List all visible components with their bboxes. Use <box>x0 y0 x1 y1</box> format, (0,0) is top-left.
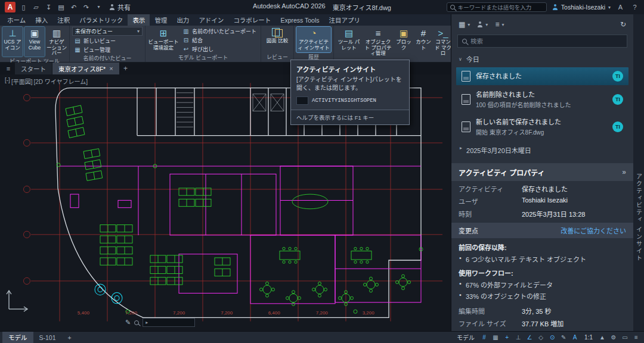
blocks-palette-button[interactable]: ▣ ブロック <box>395 27 413 62</box>
autocad-logo-icon[interactable]: A <box>5 2 16 13</box>
properties-palette-button[interactable]: ≡ オブジェクト プロパティ管理 <box>363 27 393 62</box>
tool-palettes-button[interactable]: ▤ ツール パレット <box>336 27 361 62</box>
open-file-icon[interactable]: ▱ <box>32 0 41 14</box>
ribbon-tab[interactable]: パラメトリック <box>75 14 128 26</box>
quick-access-caret-icon[interactable]: ▾ <box>94 0 103 14</box>
activity-properties-header[interactable]: アクティビティ プロパティ » <box>451 163 633 181</box>
ortho-mode-toggle[interactable]: ⊥ <box>513 333 524 342</box>
ribbon-tab[interactable]: 挿入 <box>30 14 52 26</box>
new-drawing-tab-button[interactable]: + <box>120 63 132 74</box>
redo-icon[interactable]: ↷ <box>82 0 91 14</box>
activity-search-input[interactable] <box>470 38 623 45</box>
print-icon[interactable]: ▤ <box>57 0 66 14</box>
list-options-button[interactable]: ≡ ▾ <box>495 20 504 29</box>
autoscale-toggle[interactable]: ▲ <box>597 333 608 342</box>
ribbon-tab[interactable]: 注目アプリ <box>324 14 366 26</box>
ribbon-tab[interactable]: アドイン <box>194 14 228 26</box>
properties-header-label: アクティビティ プロパティ <box>459 167 545 177</box>
undo-icon[interactable]: ↶ <box>69 0 78 14</box>
caret-icon: ▾ <box>501 22 504 27</box>
annotation-visibility-toggle[interactable]: A <box>569 333 580 342</box>
new-layout-button[interactable]: + <box>62 332 78 343</box>
join-viewport-button[interactable]: ⊟ 結合 <box>181 36 258 44</box>
file-tabs-menu-icon[interactable]: ≡ <box>2 63 14 74</box>
workflow-item: 33% のオブジェクトの修正 <box>451 289 633 301</box>
autodesk-apps-icon[interactable]: A <box>616 0 625 14</box>
document-tab-label: 東京オフィス8F* <box>58 64 106 73</box>
command-macros-button[interactable]: >_ コマンド マクロ <box>434 27 452 62</box>
view-manager-button[interactable]: ▦ ビュー管理 <box>72 45 143 54</box>
status-bar: モデルS-101+ モデル#▦+⊥∠◇⊙✎A1:1▲⚙▭≡ <box>0 331 644 343</box>
view-control[interactable]: [平面図] <box>11 77 33 86</box>
snap-mode-toggle[interactable]: ▦ <box>490 333 501 342</box>
count-palette-button[interactable]: # カウント <box>414 27 432 62</box>
customize-icon[interactable]: ✎ <box>125 319 131 326</box>
viewcube-toggle-button[interactable]: ▣ View Cube <box>24 27 45 57</box>
view-combo[interactable]: 未保存のビュー ▾ <box>72 27 143 36</box>
since-item: 6 つ少ないマルチ テキスト オブジェクト <box>451 252 633 264</box>
ribbon-tab[interactable]: Express Tools <box>275 14 324 26</box>
annotation-scale-button[interactable]: 1:1 <box>581 333 596 342</box>
visual-style-control[interactable]: [2D ワイヤフレーム] <box>33 77 88 86</box>
dynamic-input-toggle[interactable]: + <box>501 333 512 342</box>
ribbon-tab[interactable]: 注釈 <box>52 14 75 26</box>
account-menu[interactable]: Toshiaki-Isezaki ▾ <box>552 4 611 11</box>
activity-doc-icon <box>462 94 470 105</box>
annotation-monitor-toggle[interactable]: ✎ <box>558 333 569 342</box>
close-tab-icon[interactable]: × <box>109 65 113 72</box>
display-options-button[interactable]: ▦ ▾ <box>459 20 470 29</box>
activity-item[interactable]: 新しい名前で保存されました 開始 東京オフィス8F.dwg TI <box>456 113 628 140</box>
ucs-icon-toggle-button[interactable]: ⊥ UCS アイコン <box>2 27 23 57</box>
document-tab[interactable]: 東京オフィス8F* × <box>52 63 119 74</box>
refresh-button[interactable]: ↻ <box>620 20 626 29</box>
start-tab[interactable]: スタート <box>15 63 52 74</box>
ribbon-tab[interactable]: 管理 <box>150 14 172 26</box>
new-file-icon[interactable]: ▯ <box>19 0 28 14</box>
grid-display-toggle[interactable]: # <box>479 333 490 342</box>
layout-tab-s101[interactable]: S-101 <box>33 332 62 343</box>
older-group-header[interactable]: ▸ 2025年3月20日木曜日 <box>451 141 633 160</box>
help-search-input[interactable] <box>458 4 543 11</box>
new-view-button[interactable]: ▤ 新しいビュー <box>72 36 143 45</box>
activity-title: 保存されました <box>476 71 607 80</box>
command-search-icon[interactable] <box>134 320 139 325</box>
isometric-drafting-toggle[interactable]: ◇ <box>535 333 546 342</box>
customization-button[interactable]: ≡ <box>631 333 642 342</box>
model-space-button[interactable]: モデル <box>453 333 478 342</box>
polar-tracking-toggle[interactable]: ∠ <box>524 333 535 342</box>
viewport-configuration-button[interactable]: ⊞ ビューポート 環境設定 <box>148 27 179 53</box>
named-viewport-button[interactable]: ▥ 名前の付いたビューポート <box>181 27 258 35</box>
user-filter-button[interactable]: ▾ <box>477 21 488 27</box>
feedback-link[interactable]: 改善にご協力ください <box>561 226 626 235</box>
object-snap-toggle[interactable]: ⊙ <box>547 333 558 342</box>
ribbon-panel-history: ◔ アクティビティ インサイト 履歴 <box>294 26 334 62</box>
activity-search[interactable] <box>457 35 627 48</box>
viewport-control-menu[interactable]: [-] <box>5 77 10 86</box>
share-button[interactable]: 共有 <box>109 2 131 12</box>
activity-item[interactable]: 名前削除されました 100 個の項目が名前削除されました TI <box>456 86 628 113</box>
save-icon[interactable]: ↧ <box>44 0 53 14</box>
palette-title-strip[interactable]: アクティビティ インサイト <box>633 14 644 331</box>
activity-insight-button[interactable]: ◔ アクティビティ インサイト <box>296 27 331 52</box>
workspace-switching-button[interactable]: ⚙ <box>608 333 619 342</box>
object-isolate-button[interactable]: ▭ <box>620 333 630 342</box>
help-icon[interactable]: ? <box>630 0 639 14</box>
today-section-header[interactable]: ∨ 今日 <box>451 52 633 67</box>
activity-item[interactable]: 保存されました TI <box>456 67 628 85</box>
ribbon-tab[interactable]: 出力 <box>172 14 194 26</box>
command-input[interactable]: ▸ <box>143 318 195 327</box>
help-search[interactable] <box>447 2 547 12</box>
ribbon-tab[interactable]: コラボレート <box>228 14 275 26</box>
model-layout-tab[interactable]: モデル <box>2 332 33 343</box>
activity-doc-icon <box>462 121 470 132</box>
restore-viewport-button[interactable]: ↩ 呼び出し <box>181 45 258 53</box>
ribbon-tab[interactable]: 表示 <box>128 14 150 26</box>
navigation-bar-toggle-button[interactable]: ▥ ナビゲーション バー <box>47 27 67 57</box>
stat-row: 編集時間 3分, 35 秒 <box>451 303 633 316</box>
collapse-icon[interactable]: » <box>622 168 626 176</box>
ucs-icon <box>6 287 31 312</box>
activity-text: 保存されました <box>476 71 607 82</box>
ribbon-tab[interactable]: ホーム <box>2 14 30 26</box>
property-row: アクティビティ 保存されました <box>451 181 633 194</box>
drawing-compare-button[interactable]: 図面 比較 <box>264 27 291 52</box>
